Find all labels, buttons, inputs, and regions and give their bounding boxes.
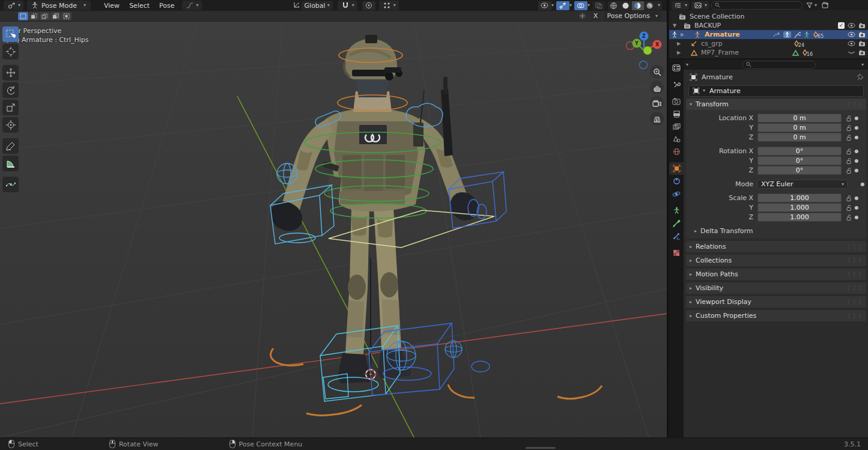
new-collection-button[interactable] xyxy=(821,2,830,8)
outliner-row-armature[interactable]: ▶ Armature 65 xyxy=(669,30,868,39)
proportional-editing-toggle[interactable] xyxy=(362,1,375,10)
select-mode-extend-button[interactable] xyxy=(29,12,39,20)
backup-checkbox[interactable]: ✓ xyxy=(838,22,845,29)
cs-grp-render-camera-icon[interactable] xyxy=(858,41,866,47)
outliner-search-input[interactable] xyxy=(711,1,803,10)
viewport-canvas[interactable]: Z Y X xyxy=(0,22,667,437)
pivot-point-dropdown[interactable]: ▾ xyxy=(379,1,399,10)
location-y-field[interactable]: 0 m xyxy=(757,123,842,132)
zoom-view-button[interactable] xyxy=(650,65,664,79)
relations-panel[interactable]: ▸Relations ⋮⋮⋮ xyxy=(686,241,866,252)
gizmo-neg-z-ball[interactable] xyxy=(640,61,648,69)
select-mode-new-button[interactable] xyxy=(18,12,28,20)
tab-view-layer[interactable] xyxy=(669,120,684,133)
xray-toggle[interactable] xyxy=(592,1,605,10)
outliner-filter-id-button[interactable]: ▾ xyxy=(691,1,709,10)
mode-selector[interactable]: Pose Mode ▾ xyxy=(27,1,91,10)
scale-z-animate-dot[interactable]: ● xyxy=(853,214,860,220)
location-z-field[interactable]: 0 m xyxy=(757,133,842,142)
collections-panel[interactable]: ▸Collections ⋮⋮⋮ xyxy=(686,255,866,266)
mp7-hidden-eye-icon[interactable] xyxy=(848,50,855,55)
pan-view-button[interactable] xyxy=(650,81,664,94)
rotation-mode-animate-dot[interactable]: ● xyxy=(859,181,866,187)
tab-scene[interactable] xyxy=(669,133,684,145)
rotation-x-lock-icon[interactable] xyxy=(845,148,853,154)
3d-viewport[interactable]: Z Y X User Perspective (91) Armature : C… xyxy=(0,22,667,437)
mp7-render-camera-icon[interactable] xyxy=(858,50,866,56)
location-z-lock-icon[interactable] xyxy=(845,135,853,141)
prop-nav-dropdown[interactable]: ▾ xyxy=(686,62,688,67)
rotation-y-lock-icon[interactable] xyxy=(845,158,853,164)
object-visibility-group[interactable]: ▾ xyxy=(538,1,554,10)
location-y-animate-dot[interactable]: ● xyxy=(853,125,860,130)
scale-x-animate-dot[interactable]: ● xyxy=(853,195,860,201)
statusbar-scrollbar[interactable] xyxy=(526,447,556,449)
transform-fallback-icon[interactable] xyxy=(578,12,587,20)
rotation-x-field[interactable]: 0° xyxy=(757,147,842,156)
mirror-x-toggle[interactable]: X xyxy=(591,11,601,20)
armature-pose-icon[interactable] xyxy=(783,31,791,38)
properties-search-input[interactable] xyxy=(742,61,816,69)
tab-object-data[interactable] xyxy=(669,204,684,217)
location-y-lock-icon[interactable] xyxy=(845,125,853,131)
location-x-animate-dot[interactable]: ● xyxy=(853,115,860,121)
tab-bone[interactable] xyxy=(669,217,684,230)
backup-hide-eye-icon[interactable] xyxy=(848,23,855,28)
outliner-row-mp7-frame[interactable]: ▶ MP7_Frame 16 xyxy=(669,48,868,57)
outliner-row-cs-grp[interactable]: ▶ cs_grp 24 xyxy=(669,39,868,48)
shading-material-button[interactable] xyxy=(632,1,644,10)
rotation-z-lock-icon[interactable] xyxy=(845,168,853,174)
outliner-filter-button[interactable]: ▾ xyxy=(805,2,818,8)
scale-z-lock-icon[interactable] xyxy=(845,214,853,220)
backup-render-camera-icon[interactable] xyxy=(858,23,866,29)
rotation-z-field[interactable]: 0° xyxy=(757,166,842,175)
delta-transform-subpanel[interactable]: ▸ Delta Transform xyxy=(686,226,866,236)
scale-x-lock-icon[interactable] xyxy=(845,195,853,201)
tool-measure[interactable] xyxy=(2,156,19,171)
armature-animation-icon[interactable] xyxy=(773,32,780,38)
cs-grp-expander[interactable]: ▶ xyxy=(676,41,682,46)
falloff-dropdown[interactable]: ▾ xyxy=(182,1,202,10)
tool-annotate[interactable] xyxy=(2,138,19,154)
navigation-gizmo[interactable]: Z Y X xyxy=(627,32,662,69)
object-name-field[interactable]: ▾ Armature xyxy=(688,85,864,97)
camera-view-button[interactable] xyxy=(650,96,664,110)
shading-solid-button[interactable] xyxy=(620,1,632,10)
armature-data-icon[interactable] xyxy=(804,31,810,38)
transform-panel-header[interactable]: ▾ Transform ⋮⋮⋮ xyxy=(686,99,866,110)
tab-physics[interactable] xyxy=(669,187,684,200)
tool-scale[interactable] xyxy=(2,100,19,115)
tab-texture[interactable] xyxy=(669,246,684,259)
tab-object[interactable] xyxy=(669,162,684,175)
menu-view[interactable]: View xyxy=(99,1,124,10)
armature-hide-eye-icon[interactable] xyxy=(848,32,855,37)
tab-world[interactable] xyxy=(669,145,684,158)
tool-cursor[interactable] xyxy=(2,44,19,59)
rotation-y-animate-dot[interactable]: ● xyxy=(853,158,860,163)
scale-z-field[interactable]: 1.000 xyxy=(757,213,842,222)
select-mode-invert-button[interactable] xyxy=(50,12,61,20)
snapping-dropdown[interactable]: ▾ xyxy=(338,1,357,10)
location-z-animate-dot[interactable]: ● xyxy=(853,135,860,140)
rotation-y-field[interactable]: 0° xyxy=(757,156,842,165)
outliner-row-scene-collection[interactable]: Scene Collection xyxy=(669,12,868,21)
viewport-display-panel[interactable]: ▸Viewport Display ⋮⋮⋮ xyxy=(686,296,866,308)
shading-rendered-button[interactable] xyxy=(644,1,656,10)
menu-select[interactable]: Select xyxy=(124,1,154,10)
prop-options-dropdown[interactable]: ▾ xyxy=(861,62,864,67)
gizmos-group[interactable]: ▾ xyxy=(556,1,572,10)
pose-options-dropdown[interactable]: Pose Options ▾ xyxy=(604,11,661,20)
motion-paths-panel[interactable]: ▸Motion Paths ⋮⋮⋮ xyxy=(686,269,866,280)
rotation-mode-dropdown[interactable]: XYZ Euler ▾ xyxy=(757,180,848,189)
tool-transform[interactable] xyxy=(2,117,19,133)
tool-pose-breakdowner[interactable] xyxy=(2,177,19,192)
select-mode-subtract-button[interactable] xyxy=(40,12,50,20)
shading-wireframe-button[interactable] xyxy=(608,1,620,10)
armature-modifier-wrench-icon[interactable] xyxy=(794,31,801,38)
perspective-toggle-button[interactable] xyxy=(650,112,664,126)
location-x-lock-icon[interactable] xyxy=(845,115,853,121)
custom-properties-panel[interactable]: ▸Custom Properties ⋮⋮⋮ xyxy=(686,310,866,321)
outliner-display-mode-button[interactable]: ▾ xyxy=(672,1,689,10)
tool-move[interactable] xyxy=(2,65,19,81)
overlays-group[interactable]: ▾ xyxy=(574,1,590,10)
